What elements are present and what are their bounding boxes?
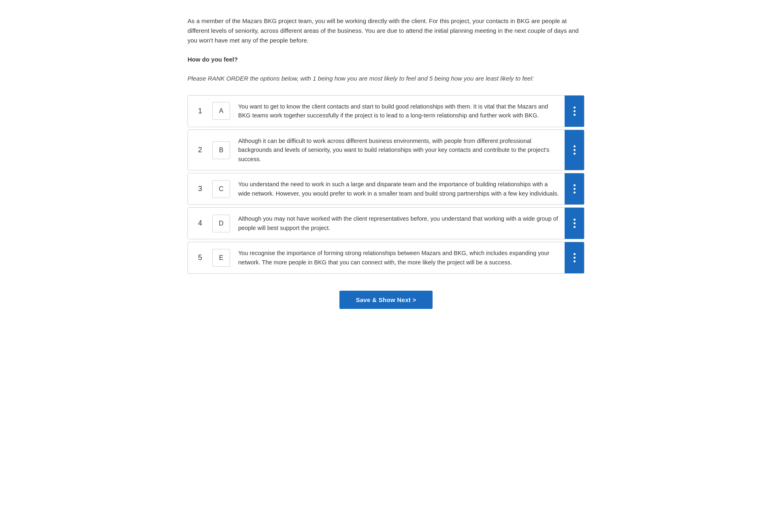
rank-content-text: Although you may not have worked with th… xyxy=(233,208,565,239)
drag-handle[interactable] xyxy=(565,242,584,273)
dot-1 xyxy=(574,219,576,221)
rank-item: 5 E You recognise the importance of form… xyxy=(188,242,584,274)
save-next-button[interactable]: Save & Show Next > xyxy=(339,291,432,309)
rank-letter: E xyxy=(212,249,230,267)
drag-dots-icon xyxy=(574,145,576,155)
dot-3 xyxy=(574,226,576,228)
dot-2 xyxy=(574,188,576,190)
rank-item: 1 A You want to get to know the client c… xyxy=(188,95,584,127)
rank-item: 4 D Although you may not have worked wit… xyxy=(188,207,584,239)
rank-item: 2 B Although it can be difficult to work… xyxy=(188,130,584,170)
rank-number: 5 xyxy=(188,242,212,273)
dot-1 xyxy=(574,253,576,255)
rank-content-text: Although it can be difficult to work acr… xyxy=(233,130,565,170)
rank-number: 1 xyxy=(188,96,212,127)
drag-handle[interactable] xyxy=(565,208,584,239)
dot-2 xyxy=(574,257,576,259)
rank-letter: A xyxy=(212,102,230,120)
drag-dots-icon xyxy=(574,106,576,116)
drag-handle[interactable] xyxy=(565,96,584,127)
rank-content-text: You recognise the importance of forming … xyxy=(233,242,565,273)
drag-handle[interactable] xyxy=(565,173,584,204)
drag-dots-icon xyxy=(574,253,576,262)
dot-3 xyxy=(574,114,576,116)
rank-letter: D xyxy=(212,215,230,232)
rank-number: 3 xyxy=(188,173,212,204)
dot-1 xyxy=(574,106,576,109)
button-row: Save & Show Next > xyxy=(188,291,584,309)
rank-content-text: You understand the need to work in such … xyxy=(233,173,565,204)
drag-dots-icon xyxy=(574,184,576,194)
rank-number: 2 xyxy=(188,130,212,170)
rank-content-text: You want to get to know the client conta… xyxy=(233,96,565,127)
dot-2 xyxy=(574,149,576,151)
dot-3 xyxy=(574,153,576,155)
dot-2 xyxy=(574,110,576,112)
rank-instruction: Please RANK ORDER the options below, wit… xyxy=(188,74,584,83)
rank-letter: C xyxy=(212,180,230,198)
rank-number: 4 xyxy=(188,208,212,239)
drag-dots-icon xyxy=(574,219,576,228)
page-container: As a member of the Mazars BKG project te… xyxy=(163,0,609,333)
dot-1 xyxy=(574,145,576,147)
rank-item: 3 C You understand the need to work in s… xyxy=(188,173,584,205)
dot-3 xyxy=(574,192,576,194)
question-label: How do you feel? xyxy=(188,55,584,64)
intro-paragraph: As a member of the Mazars BKG project te… xyxy=(188,16,584,45)
rank-letter: B xyxy=(212,141,230,159)
drag-handle[interactable] xyxy=(565,130,584,170)
dot-2 xyxy=(574,222,576,224)
dot-3 xyxy=(574,260,576,262)
dot-1 xyxy=(574,184,576,186)
rank-list: 1 A You want to get to know the client c… xyxy=(188,95,584,276)
